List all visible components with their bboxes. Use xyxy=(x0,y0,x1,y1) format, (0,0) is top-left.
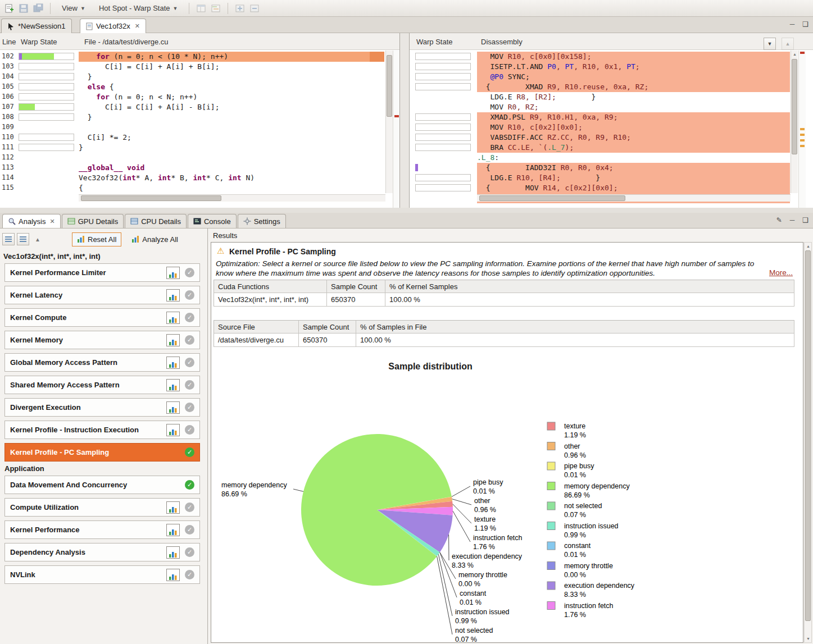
source-line[interactable]: 110 C[i] *= 2; xyxy=(0,133,399,143)
minimize-button[interactable]: ─ xyxy=(790,20,795,28)
analysis-item[interactable]: Shared Memory Access Pattern✓ xyxy=(4,376,200,394)
tab-cpu-details[interactable]: CPU Details xyxy=(125,214,187,228)
run-analysis-button[interactable] xyxy=(166,501,180,514)
disassembly-line[interactable]: LDG.E R10, [R4]; } xyxy=(410,173,813,183)
disasm-vscrollbar[interactable]: ▲ xyxy=(791,51,798,193)
guided-analysis-icon[interactable] xyxy=(2,233,15,245)
run-analysis-button[interactable] xyxy=(166,424,180,436)
table-row[interactable]: /data/test/diverge.cu650370100.00 % xyxy=(214,334,794,347)
analysis-item[interactable]: Dependency Analysis✓ xyxy=(4,543,200,561)
analysis-item[interactable]: Kernel Profile - Instruction Execution✓ xyxy=(4,421,200,439)
run-analysis-button[interactable] xyxy=(166,546,180,559)
view-menu-button[interactable]: View▼ xyxy=(57,2,90,14)
close-icon[interactable]: ✕ xyxy=(49,218,54,225)
disassembly-line[interactable]: { MOV R14, c[0x2][0x0]; xyxy=(410,183,813,193)
tab-settings[interactable]: Settings xyxy=(238,214,286,228)
run-analysis-button[interactable] xyxy=(166,379,180,391)
analysis-item[interactable]: Compute Utilization✓ xyxy=(4,498,200,517)
tab-console[interactable]: Console xyxy=(188,214,237,228)
source-line[interactable]: 104 } xyxy=(0,72,399,82)
scroll-down-icon[interactable]: ▼ xyxy=(805,635,812,642)
source-line[interactable]: 113__global__ void xyxy=(0,163,399,173)
disassembly-line[interactable]: VABSDIFF.ACC RZ.CC, R0, R9, R10; xyxy=(410,133,813,143)
disassembly-line[interactable]: MOV R10, c[0x2][0x0]; xyxy=(410,122,813,133)
save-icon[interactable] xyxy=(18,3,29,14)
column-header[interactable]: Sample Count xyxy=(327,280,385,293)
scroll-up-icon[interactable]: ▲ xyxy=(791,51,798,58)
disassembly-line[interactable]: ISETP.LT.AND P0, PT, R10, 0x1, PT; xyxy=(410,62,813,72)
disassembly-line[interactable]: MOV R10, c[0x0][0x158]; xyxy=(410,52,813,62)
horizontal-sash[interactable] xyxy=(0,208,813,213)
run-analysis-button[interactable] xyxy=(166,357,180,369)
new-session-icon[interactable] xyxy=(3,3,15,14)
disassembly-line[interactable]: LDG.E R8, [R2]; } xyxy=(410,92,813,102)
table-view-icon[interactable] xyxy=(196,3,207,14)
disassembly-line[interactable]: .L_8: xyxy=(410,153,813,163)
more-link[interactable]: More... xyxy=(769,268,793,277)
column-header[interactable]: Cuda Functions xyxy=(214,280,327,293)
analysis-item[interactable]: Data Movement And Concurrency✓ xyxy=(4,476,200,494)
source-line[interactable]: 107 C[i] = C[i] + A[i] - B[i]; xyxy=(0,102,399,112)
analysis-item[interactable]: NVLink✓ xyxy=(4,565,200,584)
disassembly-line[interactable]: { XMAD R9, R10.reuse, 0xa, RZ; xyxy=(410,82,813,92)
disassembly-dropdown-button[interactable]: ▼ xyxy=(764,38,776,50)
disassembly-line[interactable]: BRA CC.LE, `(.L_7); xyxy=(410,143,813,153)
tab-analysis[interactable]: Analysis ✕ xyxy=(2,214,61,228)
editor-sash[interactable] xyxy=(400,33,409,208)
column-header[interactable]: % of Samples in File xyxy=(356,320,794,334)
tab-gpu-details[interactable]: GPU Details xyxy=(62,214,124,228)
reset-all-button[interactable]: Reset All xyxy=(72,232,121,246)
run-analysis-button[interactable] xyxy=(166,312,180,324)
maximize-button[interactable]: ❑ xyxy=(802,216,809,224)
zoom-out-icon[interactable] xyxy=(249,3,260,14)
column-header[interactable]: % of Kernel Samples xyxy=(385,280,794,293)
maximize-button[interactable]: ❑ xyxy=(802,20,809,28)
tab-vec1of32x[interactable]: Vec1of32x ✕ xyxy=(80,19,146,33)
disassembly-line[interactable]: XMAD.PSL R9, R10.H1, 0xa, R9; xyxy=(410,112,813,122)
source-line[interactable]: 115{ xyxy=(0,183,399,193)
run-analysis-button[interactable] xyxy=(166,524,180,536)
run-analysis-button[interactable] xyxy=(166,267,180,279)
analysis-item[interactable]: Kernel Latency✓ xyxy=(4,286,200,304)
run-analysis-button[interactable] xyxy=(166,289,180,302)
disassembly-line[interactable]: MOV R0, RZ; xyxy=(410,102,813,112)
tab-newsession[interactable]: *NewSession1 xyxy=(1,19,72,33)
source-line[interactable]: 111} xyxy=(0,143,399,153)
source-line[interactable]: 114Vec32of32(int* A, int* B, int* C, int… xyxy=(0,173,399,183)
column-header[interactable]: Source File xyxy=(214,320,299,334)
source-line[interactable]: 102 for (n = 0; n < (10 * N); n++) xyxy=(0,52,399,62)
analysis-item[interactable]: Kernel Performance Limiter✓ xyxy=(4,263,200,282)
timeline-view-icon[interactable] xyxy=(210,3,221,14)
close-icon[interactable]: ✕ xyxy=(135,22,140,30)
run-analysis-button[interactable] xyxy=(166,401,180,414)
source-vscrollbar[interactable] xyxy=(385,51,393,193)
zoom-in-icon[interactable] xyxy=(234,3,246,14)
scroll-to-source-button[interactable]: ▲ xyxy=(782,38,794,50)
hotspot-menu-button[interactable]: Hot Spot - Warp State▼ xyxy=(94,2,183,14)
analysis-item[interactable]: Kernel Performance✓ xyxy=(4,520,200,539)
scroll-up-icon[interactable]: ▲ xyxy=(805,243,812,250)
source-line[interactable]: 105 else { xyxy=(0,82,399,92)
analysis-item[interactable]: Kernel Compute✓ xyxy=(4,308,200,327)
run-analysis-button[interactable] xyxy=(166,334,180,346)
analysis-item[interactable]: Kernel Memory✓ xyxy=(4,331,200,349)
source-line[interactable]: 108 } xyxy=(0,112,399,122)
analysis-item[interactable]: Kernel Profile - PC Sampling✓ xyxy=(4,443,200,462)
column-header[interactable]: Sample Count xyxy=(299,320,356,334)
source-line[interactable]: 103 C[i] = C[i] + A[i] + B[i]; xyxy=(0,62,399,72)
analysis-item[interactable]: Divergent Execution✓ xyxy=(4,398,200,417)
analyze-all-button[interactable]: Analyze All xyxy=(127,232,183,246)
source-line[interactable]: 112 xyxy=(0,153,399,163)
source-hscrollbar[interactable] xyxy=(79,194,385,202)
source-line[interactable]: 106 for (n = 0; n < N; n++) xyxy=(0,92,399,102)
unguided-analysis-icon[interactable] xyxy=(17,233,29,245)
disasm-hscrollbar[interactable] xyxy=(477,194,791,202)
disassembly-line[interactable]: { IADD32I R0, R0, 0x4; xyxy=(410,163,813,173)
save-all-icon[interactable] xyxy=(33,3,44,14)
source-line[interactable]: 109 xyxy=(0,122,399,133)
run-analysis-button[interactable] xyxy=(166,569,180,581)
table-row[interactable]: Vec1of32x(int*, int*, int*, int)65037010… xyxy=(214,293,794,307)
minimize-button[interactable]: ─ xyxy=(790,216,795,224)
results-scrollbar[interactable]: ▲ ▼ xyxy=(804,242,812,643)
back-icon[interactable]: ▲ xyxy=(31,233,44,245)
